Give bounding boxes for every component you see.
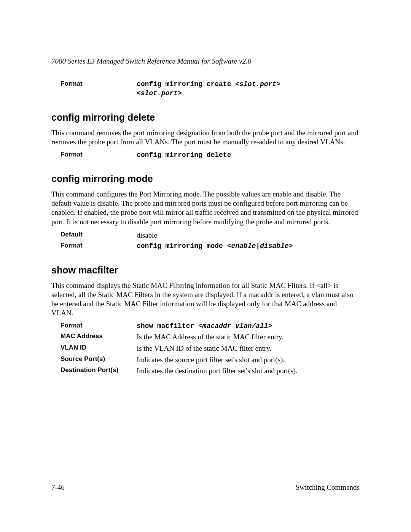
cmd-arg: <enable|disable> (227, 242, 293, 250)
field-label-destination-ports: Destination Port(s) (61, 366, 137, 375)
body-text: This command configures the Port Mirrori… (51, 190, 360, 227)
format-label: Format (61, 321, 137, 330)
heading-config-mirroring-delete: config mirroring delete (51, 112, 360, 123)
field-label-mac-address: MAC Address (61, 332, 137, 341)
default-label: Default (61, 230, 137, 239)
cmd-arg: <macaddr vlan/all> (198, 322, 272, 330)
table-row: Format config mirroring create <slot.por… (61, 80, 360, 98)
table-row: MAC Address Is the MAC Address of the st… (61, 332, 360, 342)
table-row: Format config mirroring delete (61, 150, 360, 160)
page: 7000 Series L3 Managed Switch Reference … (0, 0, 411, 532)
format-command: config mirroring create <slot.port> <slo… (137, 80, 360, 98)
page-number: 7-46 (51, 483, 65, 492)
cmd-arg: <slot.port> (235, 80, 280, 88)
table-row: Source Port(s) Indicates the source port… (61, 355, 360, 365)
format-command: config mirroring mode <enable|disable> (137, 241, 360, 251)
cmd-text: show macfilter (137, 322, 198, 330)
field-label-vlan-id: VLAN ID (61, 343, 137, 352)
table-row: VLAN ID Is the VLAN ID of the static MAC… (61, 343, 360, 353)
chapter-title: Switching Commands (296, 483, 360, 492)
default-value: disable (137, 230, 360, 240)
table-row: Default disable (61, 230, 360, 240)
format-block-mirroring-delete: Format config mirroring delete (61, 150, 360, 160)
format-block-mirroring-mode: Default disable Format config mirroring … (61, 230, 360, 251)
field-desc: Is the MAC Address of the static MAC fil… (137, 332, 360, 342)
format-command: show macfilter <macaddr vlan/all> (137, 321, 360, 331)
format-block-show-macfilter: Format show macfilter <macaddr vlan/all>… (61, 321, 360, 376)
field-label-source-ports: Source Port(s) (61, 355, 137, 364)
format-label: Format (61, 80, 137, 88)
table-row: Destination Port(s) Indicates the destin… (61, 366, 360, 376)
page-footer: 7-46 Switching Commands (51, 480, 360, 492)
body-text: This command removes the port mirroring … (51, 128, 360, 147)
cmd-text: config mirroring mode (137, 242, 227, 250)
field-desc: Is the VLAN ID of the static MAC filter … (137, 343, 360, 353)
format-command: config mirroring delete (137, 150, 360, 160)
cmd-arg: <slot.port> (137, 89, 182, 97)
running-header: 7000 Series L3 Managed Switch Reference … (51, 57, 360, 68)
format-label: Format (61, 241, 137, 250)
field-desc: Indicates the source port filter set's s… (137, 355, 360, 365)
heading-config-mirroring-mode: config mirroring mode (51, 173, 360, 184)
table-row: Format show macfilter <macaddr vlan/all> (61, 321, 360, 331)
heading-show-macfilter: show macfilter (51, 265, 360, 276)
cmd-text: config mirroring create (137, 80, 235, 88)
format-block-mirroring-create: Format config mirroring create <slot.por… (61, 80, 360, 98)
body-text: This command displays the Static MAC Fil… (51, 281, 360, 318)
table-row: Format config mirroring mode <enable|dis… (61, 241, 360, 251)
field-desc: Indicates the destination port filter se… (137, 366, 360, 376)
format-label: Format (61, 150, 137, 159)
